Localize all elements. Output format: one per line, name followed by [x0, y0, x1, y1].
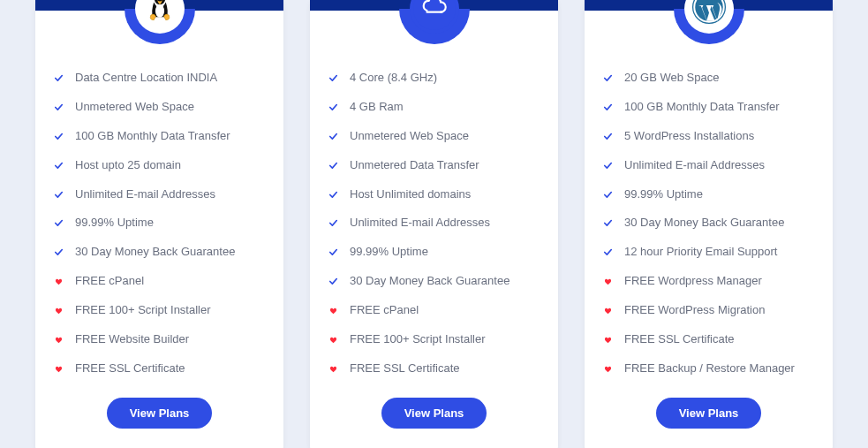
feature-text: FREE SSL Certificate	[624, 332, 735, 347]
feature-item: 100 GB Monthly Data Transfer	[604, 100, 813, 115]
feature-text: 30 Day Money Back Guarantee	[624, 216, 784, 231]
plan-card-linux: Data Centre Location INDIA Unmetered Web…	[35, 0, 283, 448]
feature-item: 4 GB Ram	[329, 100, 539, 115]
feature-item: 4 Core (8.4 GHz)	[329, 71, 539, 86]
feature-text: FREE Wordpress Manager	[624, 274, 762, 289]
feature-item: Unmetered Web Space	[55, 100, 264, 115]
feature-item: Host upto 25 domain	[55, 158, 264, 173]
feature-item: Unmetered Data Transfer	[329, 158, 539, 173]
feature-item: Data Centre Location INDIA	[55, 71, 264, 86]
feature-text: FREE cPanel	[350, 303, 419, 318]
wordpress-icon	[691, 0, 728, 29]
check-icon	[604, 162, 612, 170]
feature-item: 100 GB Monthly Data Transfer	[55, 129, 264, 144]
plan-icon-disc	[135, 0, 185, 34]
check-icon	[55, 219, 63, 227]
heart-icon	[329, 307, 337, 315]
check-icon	[329, 248, 337, 256]
feature-item: FREE Backup / Restore Manager	[604, 361, 813, 376]
check-icon	[55, 162, 63, 170]
feature-item: Unlimited E-mail Addresses	[55, 187, 264, 202]
feature-text: Unmetered Web Space	[350, 129, 469, 144]
check-icon	[604, 74, 612, 82]
feature-text: 4 Core (8.4 GHz)	[350, 71, 437, 86]
view-plans-button[interactable]: View Plans	[107, 398, 213, 429]
feature-item: FREE 100+ Script Installer	[55, 303, 264, 318]
heart-icon	[604, 336, 612, 344]
feature-text: Host Unlimited domains	[350, 187, 471, 202]
feature-item: 30 Day Money Back Guarantee	[55, 245, 264, 260]
feature-item: 99.99% Uptime	[55, 216, 264, 231]
feature-item: 99.99% Uptime	[604, 187, 813, 202]
feature-text: Unlimited E-mail Addresses	[75, 187, 215, 202]
plan-card-cloud: 4 Core (8.4 GHz) 4 GB Ram Unmetered Web …	[310, 0, 558, 448]
feature-item: Unlimited E-mail Addresses	[604, 158, 813, 173]
check-icon	[604, 248, 612, 256]
heart-icon	[329, 365, 337, 373]
feature-item: FREE Website Builder	[55, 332, 264, 347]
feature-text: Unlimited E-mail Addresses	[624, 158, 765, 173]
check-icon	[55, 133, 63, 140]
check-icon	[329, 74, 337, 82]
feature-item: FREE cPanel	[329, 303, 539, 318]
heart-icon	[55, 365, 63, 373]
feature-text: Host upto 25 domain	[75, 158, 181, 173]
feature-text: FREE Backup / Restore Manager	[624, 361, 795, 376]
feature-item: FREE SSL Certificate	[604, 332, 813, 347]
feature-text: FREE Website Builder	[75, 332, 189, 347]
feature-text: FREE SSL Certificate	[350, 361, 460, 376]
button-wrap: View Plans	[35, 396, 283, 448]
check-icon	[604, 219, 612, 227]
feature-text: 30 Day Money Back Guarantee	[350, 274, 509, 289]
feature-text: FREE WordPress Migration	[624, 303, 765, 318]
feature-list: 4 Core (8.4 GHz) 4 GB Ram Unmetered Web …	[310, 44, 558, 396]
feature-text: 4 GB Ram	[350, 100, 404, 115]
feature-item: 20 GB Web Space	[604, 71, 813, 86]
icon-crescent	[674, 9, 744, 44]
plan-icon-disc	[410, 0, 459, 34]
feature-text: FREE cPanel	[75, 274, 144, 289]
check-icon	[55, 103, 63, 111]
feature-text: 30 Day Money Back Guarantee	[75, 245, 235, 260]
feature-item: FREE SSL Certificate	[55, 361, 264, 376]
feature-text: 12 hour Priority Email Support	[624, 245, 777, 260]
feature-text: 20 GB Web Space	[624, 71, 719, 86]
heart-icon	[55, 336, 63, 344]
check-icon	[55, 248, 63, 256]
heart-icon	[55, 277, 63, 285]
check-icon	[55, 74, 63, 82]
check-icon	[329, 133, 337, 140]
check-icon	[329, 219, 337, 227]
feature-item: FREE WordPress Migration	[604, 303, 813, 318]
feature-text: 5 WordPress Installations	[624, 129, 754, 144]
linux-icon	[144, 0, 176, 27]
button-wrap: View Plans	[585, 396, 833, 448]
check-icon	[55, 191, 63, 199]
feature-list: 20 GB Web Space 100 GB Monthly Data Tran…	[585, 44, 833, 396]
feature-text: Data Centre Location INDIA	[75, 71, 217, 86]
feature-text: FREE 100+ Script Installer	[75, 303, 211, 318]
view-plans-button[interactable]: View Plans	[656, 398, 762, 429]
check-icon	[604, 191, 612, 199]
heart-icon	[604, 365, 612, 373]
check-icon	[329, 191, 337, 199]
feature-text: Unmetered Web Space	[75, 100, 194, 115]
check-icon	[604, 103, 612, 111]
check-icon	[604, 133, 612, 140]
heart-icon	[329, 336, 337, 344]
pricing-cards-row: Data Centre Location INDIA Unmetered Web…	[0, 0, 868, 448]
feature-item: Unmetered Web Space	[329, 129, 539, 144]
feature-text: 99.99% Uptime	[624, 187, 703, 202]
feature-item: Unlimited E-mail Addresses	[329, 216, 539, 231]
view-plans-button[interactable]: View Plans	[381, 398, 487, 429]
feature-text: Unlimited E-mail Addresses	[350, 216, 490, 231]
cloud-icon	[419, 0, 449, 26]
feature-item: 30 Day Money Back Guarantee	[604, 216, 813, 231]
heart-icon	[604, 307, 612, 315]
feature-text: FREE 100+ Script Installer	[350, 332, 486, 347]
check-icon	[329, 103, 337, 111]
feature-item: FREE SSL Certificate	[329, 361, 539, 376]
feature-item: 99.99% Uptime	[329, 245, 539, 260]
check-icon	[329, 277, 337, 285]
plan-icon-disc	[684, 0, 734, 34]
